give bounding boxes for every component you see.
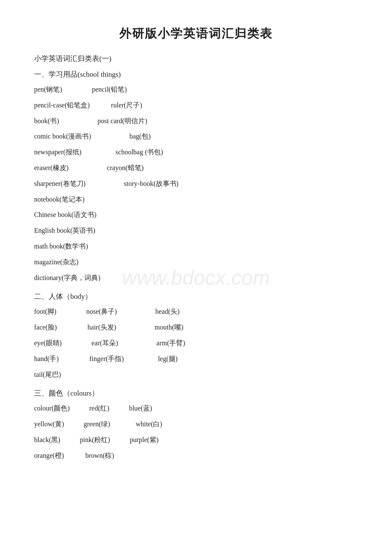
word: ruler(尺子) <box>111 99 142 112</box>
word: sharpener(卷笔刀) <box>34 178 86 190</box>
word: crayon(蜡笔) <box>107 162 144 174</box>
vocab-line: orange(橙)brown(棕) <box>34 450 358 462</box>
vocab-line: book(书)post card(明信片) <box>34 115 358 127</box>
vocab-line: comic book(漫画书)bag(包) <box>34 130 358 143</box>
word: black(黑) <box>34 434 60 446</box>
word: red(红) <box>89 402 110 415</box>
vocab-line: sharpener(卷笔刀)story-book(故事书) <box>34 178 358 190</box>
word: green(绿) <box>84 418 110 431</box>
word: foot(脚) <box>34 306 56 318</box>
word: post card(明信片) <box>98 115 147 127</box>
vocab-line: pencil-case(铅笔盒)ruler(尺子) <box>34 99 358 112</box>
word: newspaper(报纸) <box>34 146 81 159</box>
word: leg(腿) <box>158 353 178 365</box>
word: bag(包) <box>130 130 151 143</box>
vocab-line: Chinese book(语文书) <box>34 209 358 221</box>
vocab-line: newspaper(报纸)schoolbag (书包) <box>34 146 358 159</box>
subtitle: 小学英语词汇归类表(一) <box>34 54 358 64</box>
word: orange(橙) <box>34 450 64 462</box>
word: face(脸) <box>34 321 57 334</box>
section2-title: 二、人体（body） <box>34 292 358 301</box>
word: schoolbag (书包) <box>115 146 163 159</box>
word: pink(粉红) <box>80 434 110 446</box>
word: eraser(橡皮) <box>34 162 69 174</box>
word: white(白) <box>135 418 162 431</box>
word: eye(眼睛) <box>34 337 62 350</box>
word: finger(手指) <box>89 353 124 365</box>
vocab-line: pen(钢笔)pencil(铅笔) <box>34 84 358 96</box>
section1-title: 一、学习用品(school things) <box>34 69 358 79</box>
vocab-line: yellow(黄)green(绿)white(白) <box>34 418 358 431</box>
word: story-book(故事书) <box>124 178 179 190</box>
word: hand(手) <box>34 353 59 365</box>
word: yellow(黄) <box>34 418 64 431</box>
vocab-line: face(脸)hair(头发)mouth(嘴) <box>34 321 358 334</box>
word: hair(头发) <box>87 321 116 334</box>
vocab-line: dictionary(字典，词典) <box>34 272 358 284</box>
word: pencil(铅笔) <box>92 84 127 96</box>
word: ear(耳朵) <box>92 337 118 350</box>
word: purple(紫) <box>130 434 159 446</box>
word: arm(手臂) <box>156 337 185 350</box>
word: book(书) <box>34 115 59 127</box>
vocab-line: hand(手)finger(手指)leg(腿) <box>34 353 358 365</box>
word: brown(棕) <box>85 450 114 462</box>
word: nose(鼻子) <box>86 306 117 318</box>
vocab-line: black(黑)pink(粉红)purple(紫) <box>34 434 358 446</box>
page-title: 外研版小学英语词汇归类表 <box>34 26 358 42</box>
vocab-line: foot(脚)nose(鼻子)head(头) <box>34 306 358 318</box>
vocab-line: magazine(杂志) <box>34 256 358 269</box>
vocab-line: math book(数学书) <box>34 240 358 253</box>
word: blue(蓝) <box>129 402 152 415</box>
word: comic book(漫画书) <box>34 130 91 143</box>
word: pencil-case(铅笔盒) <box>34 99 90 112</box>
word: head(头) <box>155 306 179 318</box>
word: mouth(嘴) <box>155 321 184 334</box>
word: colour(颜色) <box>34 402 70 415</box>
vocab-line: colour(颜色)red(红)blue(蓝) <box>34 402 358 415</box>
vocab-line: eye(眼睛)ear(耳朵)arm(手臂) <box>34 337 358 350</box>
word: pen(钢笔) <box>34 84 62 96</box>
vocab-line: eraser(橡皮)crayon(蜡笔) <box>34 162 358 174</box>
vocab-line: English book(英语书) <box>34 225 358 237</box>
vocab-line: notebook(笔记本) <box>34 194 358 206</box>
section3-title: 三、颜色（colours） <box>34 388 358 398</box>
vocab-line: tail(尾巴) <box>34 369 358 381</box>
